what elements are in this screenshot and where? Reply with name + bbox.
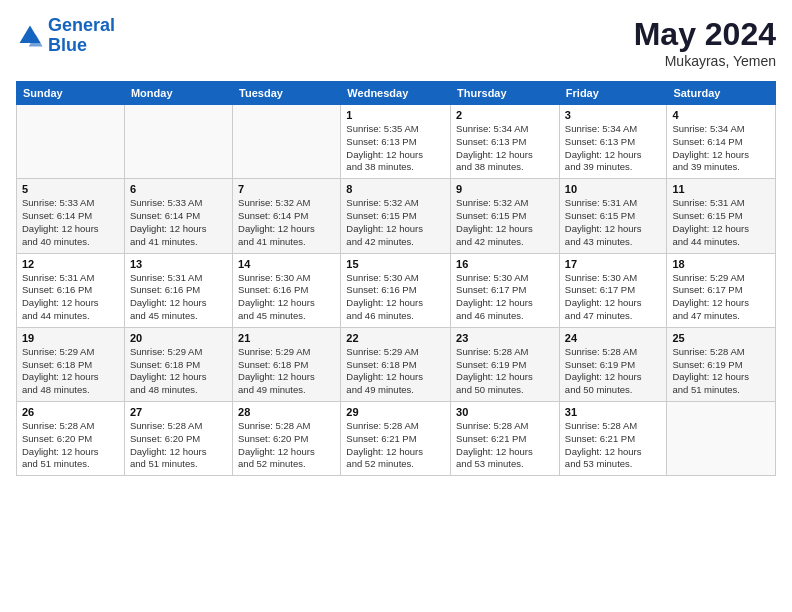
calendar-cell: 29Sunrise: 5:28 AMSunset: 6:21 PMDayligh… (341, 402, 451, 476)
calendar-cell: 12Sunrise: 5:31 AMSunset: 6:16 PMDayligh… (17, 253, 125, 327)
day-info: Sunrise: 5:31 AMSunset: 6:16 PMDaylight:… (22, 272, 119, 323)
calendar-cell: 28Sunrise: 5:28 AMSunset: 6:20 PMDayligh… (233, 402, 341, 476)
calendar-cell: 16Sunrise: 5:30 AMSunset: 6:17 PMDayligh… (451, 253, 560, 327)
day-number: 6 (130, 183, 227, 195)
day-info: Sunrise: 5:35 AMSunset: 6:13 PMDaylight:… (346, 123, 445, 174)
calendar-cell: 5Sunrise: 5:33 AMSunset: 6:14 PMDaylight… (17, 179, 125, 253)
day-number: 8 (346, 183, 445, 195)
day-number: 23 (456, 332, 554, 344)
day-info: Sunrise: 5:29 AMSunset: 6:18 PMDaylight:… (22, 346, 119, 397)
calendar-cell: 27Sunrise: 5:28 AMSunset: 6:20 PMDayligh… (124, 402, 232, 476)
calendar-week-row: 26Sunrise: 5:28 AMSunset: 6:20 PMDayligh… (17, 402, 776, 476)
day-number: 2 (456, 109, 554, 121)
day-number: 17 (565, 258, 662, 270)
day-info: Sunrise: 5:28 AMSunset: 6:21 PMDaylight:… (456, 420, 554, 471)
day-info: Sunrise: 5:29 AMSunset: 6:17 PMDaylight:… (672, 272, 770, 323)
day-number: 14 (238, 258, 335, 270)
title-block: May 2024 Mukayras, Yemen (634, 16, 776, 69)
calendar-week-row: 12Sunrise: 5:31 AMSunset: 6:16 PMDayligh… (17, 253, 776, 327)
month-year-title: May 2024 (634, 16, 776, 53)
calendar-cell: 23Sunrise: 5:28 AMSunset: 6:19 PMDayligh… (451, 327, 560, 401)
day-number: 18 (672, 258, 770, 270)
calendar-cell: 17Sunrise: 5:30 AMSunset: 6:17 PMDayligh… (559, 253, 667, 327)
calendar-cell (233, 105, 341, 179)
location-subtitle: Mukayras, Yemen (634, 53, 776, 69)
day-info: Sunrise: 5:29 AMSunset: 6:18 PMDaylight:… (130, 346, 227, 397)
day-number: 22 (346, 332, 445, 344)
day-info: Sunrise: 5:30 AMSunset: 6:17 PMDaylight:… (565, 272, 662, 323)
day-number: 25 (672, 332, 770, 344)
calendar-cell: 19Sunrise: 5:29 AMSunset: 6:18 PMDayligh… (17, 327, 125, 401)
calendar-cell: 9Sunrise: 5:32 AMSunset: 6:15 PMDaylight… (451, 179, 560, 253)
day-number: 10 (565, 183, 662, 195)
day-info: Sunrise: 5:29 AMSunset: 6:18 PMDaylight:… (346, 346, 445, 397)
day-info: Sunrise: 5:31 AMSunset: 6:15 PMDaylight:… (672, 197, 770, 248)
day-number: 28 (238, 406, 335, 418)
calendar-week-row: 1Sunrise: 5:35 AMSunset: 6:13 PMDaylight… (17, 105, 776, 179)
day-info: Sunrise: 5:32 AMSunset: 6:15 PMDaylight:… (346, 197, 445, 248)
logo-icon (16, 22, 44, 50)
calendar-cell: 31Sunrise: 5:28 AMSunset: 6:21 PMDayligh… (559, 402, 667, 476)
day-info: Sunrise: 5:34 AMSunset: 6:13 PMDaylight:… (565, 123, 662, 174)
day-header-thursday: Thursday (451, 82, 560, 105)
calendar-cell: 8Sunrise: 5:32 AMSunset: 6:15 PMDaylight… (341, 179, 451, 253)
day-info: Sunrise: 5:34 AMSunset: 6:13 PMDaylight:… (456, 123, 554, 174)
logo-text: General Blue (48, 16, 115, 56)
calendar-cell: 2Sunrise: 5:34 AMSunset: 6:13 PMDaylight… (451, 105, 560, 179)
calendar-cell: 4Sunrise: 5:34 AMSunset: 6:14 PMDaylight… (667, 105, 776, 179)
calendar-cell: 3Sunrise: 5:34 AMSunset: 6:13 PMDaylight… (559, 105, 667, 179)
day-info: Sunrise: 5:31 AMSunset: 6:15 PMDaylight:… (565, 197, 662, 248)
calendar-cell: 15Sunrise: 5:30 AMSunset: 6:16 PMDayligh… (341, 253, 451, 327)
day-number: 3 (565, 109, 662, 121)
calendar-cell: 10Sunrise: 5:31 AMSunset: 6:15 PMDayligh… (559, 179, 667, 253)
day-number: 20 (130, 332, 227, 344)
day-info: Sunrise: 5:28 AMSunset: 6:20 PMDaylight:… (130, 420, 227, 471)
day-header-monday: Monday (124, 82, 232, 105)
day-header-saturday: Saturday (667, 82, 776, 105)
day-info: Sunrise: 5:31 AMSunset: 6:16 PMDaylight:… (130, 272, 227, 323)
calendar-cell: 13Sunrise: 5:31 AMSunset: 6:16 PMDayligh… (124, 253, 232, 327)
day-number: 12 (22, 258, 119, 270)
day-info: Sunrise: 5:28 AMSunset: 6:19 PMDaylight:… (672, 346, 770, 397)
day-info: Sunrise: 5:28 AMSunset: 6:19 PMDaylight:… (565, 346, 662, 397)
day-number: 24 (565, 332, 662, 344)
day-info: Sunrise: 5:28 AMSunset: 6:20 PMDaylight:… (238, 420, 335, 471)
calendar-cell: 7Sunrise: 5:32 AMSunset: 6:14 PMDaylight… (233, 179, 341, 253)
day-number: 27 (130, 406, 227, 418)
day-number: 29 (346, 406, 445, 418)
day-header-sunday: Sunday (17, 82, 125, 105)
day-info: Sunrise: 5:33 AMSunset: 6:14 PMDaylight:… (22, 197, 119, 248)
calendar-cell (667, 402, 776, 476)
calendar-week-row: 5Sunrise: 5:33 AMSunset: 6:14 PMDaylight… (17, 179, 776, 253)
day-header-friday: Friday (559, 82, 667, 105)
calendar-cell (124, 105, 232, 179)
day-number: 4 (672, 109, 770, 121)
day-number: 21 (238, 332, 335, 344)
calendar-cell: 30Sunrise: 5:28 AMSunset: 6:21 PMDayligh… (451, 402, 560, 476)
calendar-cell: 21Sunrise: 5:29 AMSunset: 6:18 PMDayligh… (233, 327, 341, 401)
calendar-cell: 25Sunrise: 5:28 AMSunset: 6:19 PMDayligh… (667, 327, 776, 401)
logo: General Blue (16, 16, 115, 56)
day-info: Sunrise: 5:29 AMSunset: 6:18 PMDaylight:… (238, 346, 335, 397)
day-info: Sunrise: 5:34 AMSunset: 6:14 PMDaylight:… (672, 123, 770, 174)
day-info: Sunrise: 5:33 AMSunset: 6:14 PMDaylight:… (130, 197, 227, 248)
calendar-cell: 18Sunrise: 5:29 AMSunset: 6:17 PMDayligh… (667, 253, 776, 327)
day-number: 1 (346, 109, 445, 121)
day-header-wednesday: Wednesday (341, 82, 451, 105)
day-info: Sunrise: 5:30 AMSunset: 6:16 PMDaylight:… (346, 272, 445, 323)
calendar-cell (17, 105, 125, 179)
day-info: Sunrise: 5:30 AMSunset: 6:16 PMDaylight:… (238, 272, 335, 323)
day-number: 13 (130, 258, 227, 270)
day-number: 7 (238, 183, 335, 195)
day-number: 19 (22, 332, 119, 344)
calendar-cell: 24Sunrise: 5:28 AMSunset: 6:19 PMDayligh… (559, 327, 667, 401)
day-number: 11 (672, 183, 770, 195)
day-number: 16 (456, 258, 554, 270)
calendar-cell: 26Sunrise: 5:28 AMSunset: 6:20 PMDayligh… (17, 402, 125, 476)
day-info: Sunrise: 5:30 AMSunset: 6:17 PMDaylight:… (456, 272, 554, 323)
day-header-tuesday: Tuesday (233, 82, 341, 105)
day-info: Sunrise: 5:28 AMSunset: 6:20 PMDaylight:… (22, 420, 119, 471)
calendar-cell: 20Sunrise: 5:29 AMSunset: 6:18 PMDayligh… (124, 327, 232, 401)
day-info: Sunrise: 5:32 AMSunset: 6:14 PMDaylight:… (238, 197, 335, 248)
calendar-header-row: SundayMondayTuesdayWednesdayThursdayFrid… (17, 82, 776, 105)
